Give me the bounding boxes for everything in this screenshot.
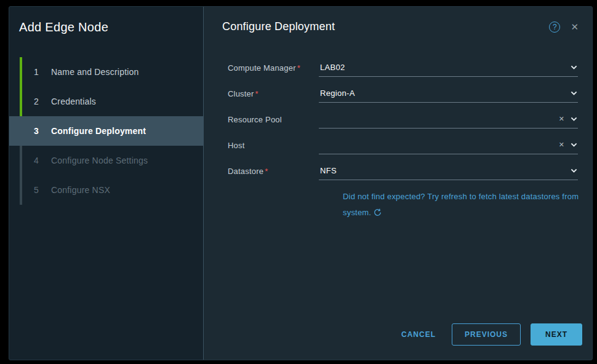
- field-dropdown[interactable]: LAB02: [319, 58, 578, 77]
- field-icons: [570, 58, 578, 76]
- step-progress-track: [20, 146, 22, 175]
- step-label: Configure Node Settings: [51, 156, 148, 165]
- chevron-down-icon[interactable]: [570, 63, 578, 71]
- form-field-row: Resource Pool ✕: [222, 106, 578, 132]
- step-content-panel: Configure Deployment ? ✕ Compute Manager…: [204, 7, 592, 360]
- form-field-row: Datastore* NFS: [222, 158, 578, 184]
- field-icons: [570, 84, 578, 102]
- field-value: NFS: [319, 166, 337, 175]
- refresh-icon[interactable]: [374, 206, 382, 222]
- field-label-text: Cluster: [228, 89, 254, 98]
- wizard-stepper: 1 Name and Description 2 Credentials 3 C…: [9, 57, 203, 205]
- wizard-step[interactable]: 5 Configure NSX: [9, 175, 203, 205]
- step-label: Configure NSX: [51, 185, 110, 195]
- field-dropdown[interactable]: NFS: [319, 162, 578, 180]
- chevron-down-icon[interactable]: [570, 167, 578, 175]
- field-label-text: Host: [228, 141, 245, 150]
- field-dropdown[interactable]: ✕: [319, 136, 578, 154]
- step-progress-track: [20, 87, 22, 116]
- field-icons: ✕: [559, 136, 578, 154]
- step-number: 4: [31, 156, 41, 165]
- form-field-row: Compute Manager* LAB02: [222, 55, 578, 81]
- wizard-step[interactable]: 2 Credentials: [9, 87, 203, 116]
- chevron-down-icon[interactable]: [570, 141, 578, 149]
- wizard-step[interactable]: 4 Configure Node Settings: [9, 146, 203, 175]
- help-icon[interactable]: ?: [549, 22, 560, 33]
- required-asterisk: *: [265, 167, 268, 176]
- datastore-refresh-hint: Did not find expected? Try refresh to fe…: [343, 189, 597, 222]
- close-icon[interactable]: ✕: [571, 22, 579, 31]
- panel-header: Configure Deployment ? ✕: [222, 20, 579, 33]
- clear-icon[interactable]: ✕: [559, 141, 564, 148]
- wizard-sidebar: Add Edge Node 1 Name and Description 2 C…: [9, 7, 204, 360]
- dialog-title: Add Edge Node: [19, 20, 108, 34]
- field-label: Datastore*: [222, 167, 319, 176]
- field-label-text: Compute Manager: [228, 63, 296, 73]
- step-label: Name and Description: [51, 67, 139, 77]
- step-progress-track: [20, 116, 22, 146]
- step-progress-track: [20, 175, 22, 205]
- field-dropdown[interactable]: Region-A: [319, 84, 578, 103]
- field-label: Cluster*: [222, 89, 319, 98]
- field-label-text: Datastore: [228, 167, 263, 176]
- field-value: Region-A: [319, 89, 355, 98]
- chevron-down-icon[interactable]: [570, 115, 578, 123]
- form-field-row: Cluster* Region-A: [222, 81, 578, 106]
- add-edge-node-dialog: Add Edge Node 1 Name and Description 2 C…: [9, 6, 593, 360]
- step-progress-track: [20, 57, 22, 87]
- previous-button[interactable]: PREVIOUS: [452, 323, 521, 346]
- field-label: Host: [222, 141, 319, 150]
- dialog-footer: CANCEL PREVIOUS NEXT: [401, 323, 582, 346]
- next-button[interactable]: NEXT: [531, 323, 582, 346]
- field-value: LAB02: [319, 63, 345, 72]
- deployment-form: Compute Manager* LAB02 Cluster* Region-A…: [222, 55, 578, 184]
- field-label-text: Resource Pool: [228, 115, 282, 124]
- wizard-step[interactable]: 1 Name and Description: [9, 57, 203, 87]
- required-asterisk: *: [255, 89, 258, 98]
- step-number: 5: [31, 185, 41, 195]
- clear-icon[interactable]: ✕: [559, 116, 564, 122]
- form-field-row: Host ✕: [222, 132, 578, 158]
- step-number: 1: [31, 67, 41, 77]
- step-number: 2: [31, 97, 41, 106]
- step-label: Credentials: [51, 97, 96, 106]
- required-asterisk: *: [297, 63, 300, 73]
- step-label: Configure Deployment: [51, 126, 146, 136]
- chevron-down-icon[interactable]: [570, 89, 578, 97]
- field-dropdown[interactable]: ✕: [319, 110, 578, 129]
- step-number: 3: [31, 126, 41, 136]
- cancel-button[interactable]: CANCEL: [401, 330, 436, 339]
- field-icons: ✕: [559, 110, 578, 128]
- field-label: Resource Pool: [222, 115, 319, 124]
- field-icons: [570, 162, 578, 180]
- field-label: Compute Manager*: [222, 63, 319, 73]
- wizard-step[interactable]: 3 Configure Deployment: [9, 116, 203, 146]
- page-title: Configure Deployment: [222, 20, 549, 33]
